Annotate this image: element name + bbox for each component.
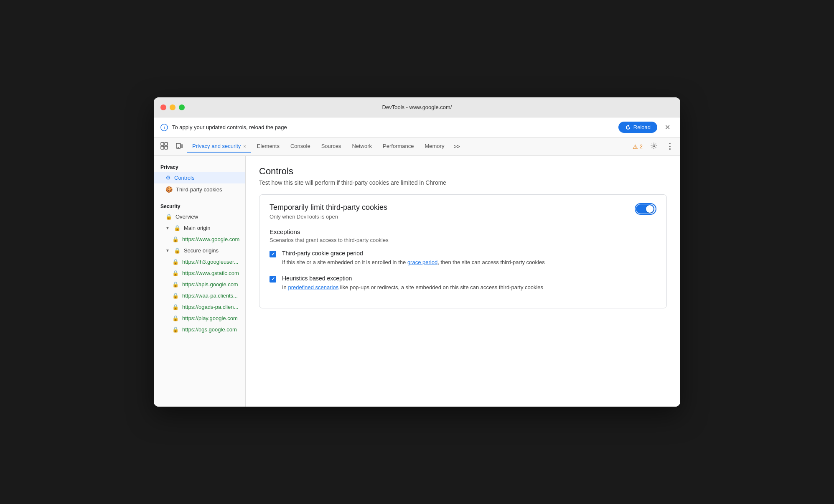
sidebar-item-third-party-cookies[interactable]: 🍪 Third-party cookies — [154, 183, 245, 195]
limit-cookies-card: Temporarily limit third-party cookies On… — [259, 194, 667, 308]
card-header: Temporarily limit third-party cookies On… — [270, 203, 656, 220]
tab-sources[interactable]: Sources — [316, 140, 346, 153]
cursor-icon — [160, 142, 168, 150]
sidebar-item-secure-origins[interactable]: ▼ 🔒 Secure origins — [154, 245, 245, 256]
lock-icon-gstatic: 🔒 — [172, 270, 179, 276]
content-area: Privacy ⚙ Controls 🍪 Third-party cookies… — [154, 156, 680, 407]
sidebar-item-main-origin[interactable]: ▼ 🔒 Main origin — [154, 222, 245, 234]
page-description: Test how this site will perform if third… — [259, 179, 667, 186]
sidebar-item-controls[interactable]: ⚙ Controls — [154, 172, 245, 183]
traffic-lights — [160, 104, 185, 110]
svg-rect-3 — [165, 143, 168, 145]
info-icon: i — [160, 124, 168, 131]
maximize-window-button[interactable] — [179, 104, 185, 110]
lock-icon-play: 🔒 — [172, 315, 179, 321]
checkbox-grace-period-box[interactable]: ✓ — [270, 251, 276, 257]
svg-rect-4 — [161, 146, 164, 149]
tab-elements[interactable]: Elements — [252, 140, 285, 153]
inspect-element-button[interactable] — [157, 140, 171, 154]
lock-icon-waa: 🔒 — [172, 293, 179, 299]
exception1-title: Third-party cookie grace period — [282, 250, 545, 257]
titlebar: DevTools - www.google.com/ — [154, 97, 680, 117]
lock-icon-overview: 🔒 — [165, 214, 172, 220]
sidebar-item-overview[interactable]: 🔒 Overview — [154, 211, 245, 222]
reload-button[interactable]: Reload — [618, 122, 657, 133]
sidebar-item-ogads[interactable]: 🔒 https://ogads-pa.clien... — [154, 301, 245, 313]
tab-network[interactable]: Network — [347, 140, 377, 153]
checkbox-heuristics[interactable]: ✓ — [270, 276, 276, 292]
svg-rect-7 — [181, 145, 183, 148]
toggle-container[interactable] — [635, 203, 656, 215]
toolbar: Privacy and security × Elements Console … — [154, 137, 680, 156]
page-title: Controls — [259, 166, 667, 177]
toggle-track — [636, 204, 654, 214]
sidebar-item-play[interactable]: 🔒 https://play.google.com — [154, 313, 245, 324]
lock-icon-ogs: 🔒 — [172, 326, 179, 333]
svg-rect-2 — [161, 143, 164, 145]
svg-rect-5 — [165, 146, 168, 149]
lock-icon-google: 🔒 — [172, 236, 179, 242]
lock-icon-apis: 🔒 — [172, 281, 179, 288]
checkmark-icon-2: ✓ — [271, 276, 275, 282]
tab-close-icon[interactable]: × — [243, 144, 246, 149]
device-toolbar-button[interactable] — [172, 140, 186, 154]
device-icon — [175, 142, 183, 150]
banner: i To apply your updated controls, reload… — [154, 117, 680, 137]
exception2-desc: In predefined scenarios like pop-ups or … — [282, 283, 543, 292]
exceptions-desc: Scenarios that grant access to third-par… — [270, 237, 656, 243]
svg-point-9 — [653, 145, 655, 147]
more-tabs-button[interactable]: >> — [450, 141, 463, 152]
predefined-scenarios-link[interactable]: predefined scenarios — [288, 284, 338, 290]
security-section-title: Security — [154, 200, 245, 211]
warning-icon: ⚠ — [633, 143, 638, 150]
exception-heuristics-content: Heuristics based exception In predefined… — [282, 275, 543, 292]
sidebar-item-waa[interactable]: 🔒 https://waa-pa.clients... — [154, 290, 245, 301]
exception2-title: Heuristics based exception — [282, 275, 543, 282]
toggle-ring — [635, 203, 656, 215]
exception-grace-period: ✓ Third-party cookie grace period If thi… — [270, 250, 656, 267]
banner-text: To apply your updated controls, reload t… — [172, 124, 614, 130]
gear-icon — [650, 142, 658, 150]
checkbox-heuristics-box[interactable]: ✓ — [270, 276, 276, 283]
exceptions-title: Exceptions — [270, 228, 656, 235]
card-subtitle: Only when DevTools is open — [270, 214, 387, 220]
minimize-window-button[interactable] — [170, 104, 175, 110]
close-window-button[interactable] — [160, 104, 166, 110]
sidebar-item-lh3[interactable]: 🔒 https://lh3.googleuser... — [154, 256, 245, 267]
exception1-desc: If this site or a site embedded on it is… — [282, 258, 545, 267]
gear-icon: ⚙ — [165, 174, 171, 181]
toolbar-right: ⚠ 2 ⋮ — [630, 140, 677, 154]
exception-grace-content: Third-party cookie grace period If this … — [282, 250, 545, 267]
more-options-button[interactable]: ⋮ — [663, 140, 677, 153]
cookie-icon: 🍪 — [165, 186, 173, 193]
toggle-thumb — [646, 205, 653, 213]
arrow-icon: ▼ — [165, 226, 170, 230]
exceptions-section: Exceptions Scenarios that grant access t… — [270, 228, 656, 291]
svg-text:i: i — [164, 125, 165, 130]
sidebar-item-ogs[interactable]: 🔒 https://ogs.google.com — [154, 324, 245, 335]
lock-icon-secure: 🔒 — [174, 247, 181, 254]
tab-performance[interactable]: Performance — [378, 140, 419, 153]
sidebar-item-apis[interactable]: 🔒 https://apis.google.com — [154, 279, 245, 290]
settings-button[interactable] — [647, 140, 661, 154]
reload-icon — [625, 125, 631, 130]
checkbox-grace-period[interactable]: ✓ — [270, 251, 276, 267]
warnings-badge[interactable]: ⚠ 2 — [630, 142, 645, 152]
privacy-section-title: Privacy — [154, 161, 245, 172]
tab-memory[interactable]: Memory — [420, 140, 449, 153]
checkmark-icon: ✓ — [271, 252, 275, 257]
card-title: Temporarily limit third-party cookies — [270, 203, 387, 212]
tab-console[interactable]: Console — [285, 140, 315, 153]
arrow-icon-secure: ▼ — [165, 248, 170, 253]
exception-heuristics: ✓ Heuristics based exception In predefin… — [270, 275, 656, 292]
card-title-section: Temporarily limit third-party cookies On… — [270, 203, 387, 220]
lock-icon-lh3: 🔒 — [172, 259, 179, 265]
sidebar-item-google-main[interactable]: 🔒 https://www.google.com — [154, 234, 245, 245]
main-content: Controls Test how this site will perform… — [246, 156, 680, 407]
grace-period-link[interactable]: grace period — [407, 259, 437, 265]
sidebar-item-gstatic[interactable]: 🔒 https://www.gstatic.com — [154, 267, 245, 279]
tab-privacy-and-security[interactable]: Privacy and security × — [187, 140, 251, 153]
lock-icon-ogads: 🔒 — [172, 304, 179, 310]
window-title: DevTools - www.google.com/ — [382, 104, 452, 110]
banner-close-button[interactable]: ✕ — [661, 122, 674, 133]
